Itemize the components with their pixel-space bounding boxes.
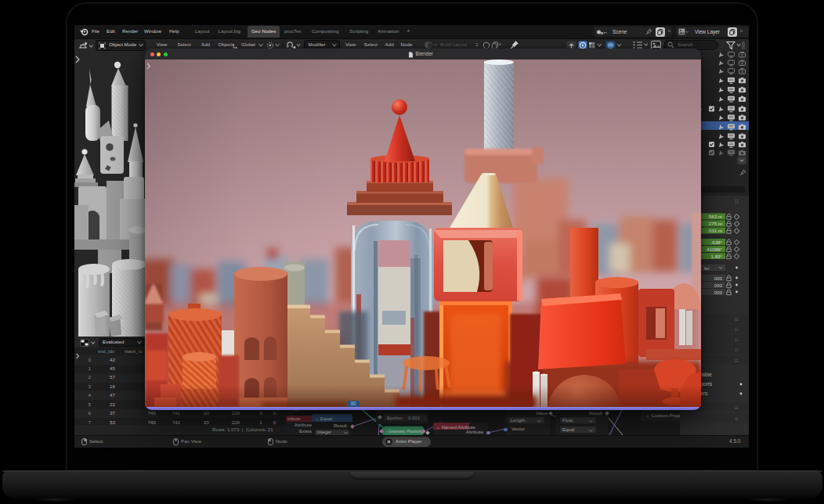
svg-text:031 m: 031 m: [709, 228, 722, 233]
svg-text:000: 000: [714, 290, 723, 295]
svg-text:ports: ports: [700, 381, 713, 387]
svg-text:table: table: [700, 372, 712, 377]
svg-text:☷: ☷: [735, 327, 739, 332]
svg-text:41086°: 41086°: [707, 247, 722, 252]
svg-text:☷: ☷: [735, 358, 739, 363]
svg-text:000: 000: [714, 283, 723, 288]
svg-text:ler: ler: [704, 265, 710, 271]
svg-text:000: 000: [714, 275, 723, 281]
svg-text:☷: ☷: [735, 405, 739, 410]
svg-text:.638°: .638°: [710, 239, 722, 245]
svg-text:☷: ☷: [735, 347, 739, 352]
svg-text:1.83°: 1.83°: [710, 254, 722, 259]
svg-text:☷: ☷: [735, 337, 739, 342]
svg-text:ers: ers: [700, 391, 708, 396]
svg-text:563 m: 563 m: [709, 214, 722, 219]
svg-text:☷: ☷: [735, 416, 739, 421]
svg-text:☷: ☷: [735, 317, 739, 322]
svg-text:275 m: 275 m: [709, 221, 722, 226]
